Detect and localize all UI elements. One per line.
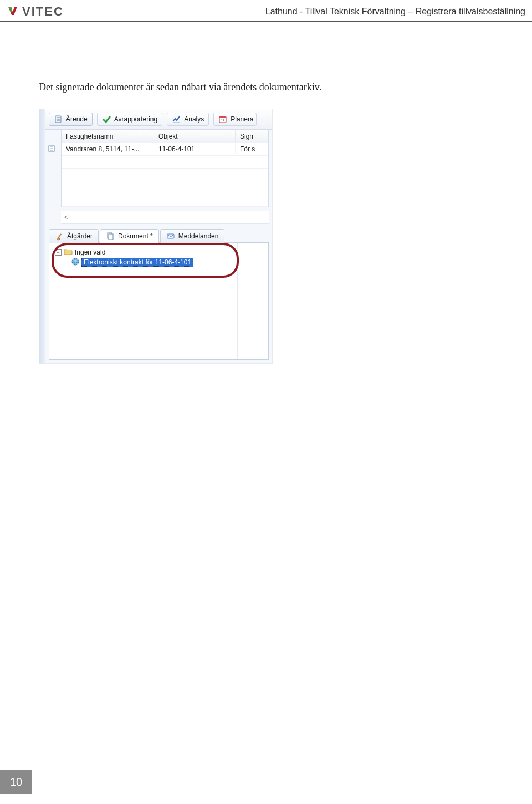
- tab-label: Ärende: [66, 115, 88, 123]
- tree-collapse-icon[interactable]: −: [55, 249, 62, 256]
- tab-atgarder[interactable]: Åtgärder: [49, 229, 99, 243]
- svg-rect-14: [167, 234, 174, 238]
- intro-paragraph: Det signerade dokumentet är sedan nåbart…: [39, 82, 493, 93]
- tab-label: Dokument *: [118, 232, 153, 240]
- table-row[interactable]: [62, 194, 268, 207]
- data-grid: Fastighetsnamn Objekt Sign Vandraren 8, …: [61, 130, 269, 207]
- cell-sign: För s: [236, 144, 268, 154]
- svg-rect-11: [58, 233, 62, 238]
- svg-text:12: 12: [221, 119, 225, 122]
- tab-label: Åtgärder: [67, 232, 93, 240]
- calendar-icon: 12: [218, 115, 227, 124]
- tree-item-contract[interactable]: Elektroniskt kontrakt för 11-06-4-101: [53, 257, 265, 267]
- tab-label: Avrapportering: [114, 115, 158, 123]
- tab-avrapportering[interactable]: Avrapportering: [97, 113, 163, 126]
- logo-mark-icon: [7, 4, 19, 19]
- table-row[interactable]: [62, 181, 268, 194]
- table-row[interactable]: [62, 156, 268, 169]
- brush-icon: [55, 232, 64, 241]
- tab-planera[interactable]: 12 Planera: [213, 113, 256, 126]
- table-row[interactable]: [62, 169, 268, 181]
- lower-tabs: Åtgärder Dokument * Meddelanden: [45, 228, 272, 242]
- folder-icon: [64, 248, 73, 257]
- svg-rect-5: [219, 116, 226, 118]
- page-header: VITEC Lathund - Tillval Teknisk Förvaltn…: [0, 0, 532, 22]
- logo: VITEC: [7, 4, 64, 19]
- app-screenshot: Ärende Avrapportering Analys: [39, 109, 273, 364]
- tab-label: Analys: [184, 115, 204, 123]
- col-fastighetsnamn[interactable]: Fastighetsnamn: [62, 130, 154, 143]
- tab-analys[interactable]: Analys: [167, 113, 209, 126]
- row-document-icon: [47, 144, 56, 155]
- col-objekt[interactable]: Objekt: [154, 130, 236, 143]
- tree-root[interactable]: − Ingen vald: [53, 247, 265, 257]
- tab-meddelanden[interactable]: Meddelanden: [160, 229, 225, 243]
- document-icon: [54, 115, 63, 124]
- tab-label: Planera: [231, 115, 253, 123]
- tree-item-label: Elektroniskt kontrakt för 11-06-4-101: [81, 258, 193, 267]
- content-area: Det signerade dokumentet är sedan nåbart…: [0, 22, 532, 364]
- window-left-gutter: [39, 109, 45, 363]
- col-sign[interactable]: Sign: [236, 130, 268, 143]
- tree-root-label: Ingen vald: [75, 248, 105, 256]
- globe-icon: [71, 258, 79, 267]
- logo-text: VITEC: [22, 4, 64, 19]
- grid-header: Fastighetsnamn Objekt Sign: [62, 130, 268, 143]
- scroll-left-button[interactable]: <: [61, 211, 269, 224]
- message-icon: [166, 232, 175, 241]
- table-row[interactable]: Vandraren 8, 5114, 11-... 11-06-4-101 Fö…: [62, 143, 268, 156]
- panel-divider[interactable]: [237, 243, 238, 359]
- document-title: Lathund - Tillval Teknisk Förvaltning – …: [265, 7, 525, 17]
- svg-rect-13: [109, 234, 113, 240]
- chevron-left-icon: <: [64, 213, 68, 221]
- tab-dokument[interactable]: Dokument *: [100, 229, 159, 243]
- tab-arende[interactable]: Ärende: [49, 113, 93, 126]
- tab-label: Meddelanden: [178, 232, 219, 240]
- document-tree-panel: − Ingen vald Elektroniskt kontrakt för 1…: [49, 242, 269, 360]
- chart-icon: [172, 115, 181, 124]
- cell-objekt: 11-06-4-101: [154, 144, 236, 154]
- check-icon: [102, 115, 111, 124]
- page-number: 10: [0, 770, 32, 794]
- doc-list-icon: [106, 232, 115, 241]
- cell-fastighetsnamn: Vandraren 8, 5114, 11-...: [62, 144, 154, 154]
- top-tabs: Ärende Avrapportering Analys: [45, 109, 272, 130]
